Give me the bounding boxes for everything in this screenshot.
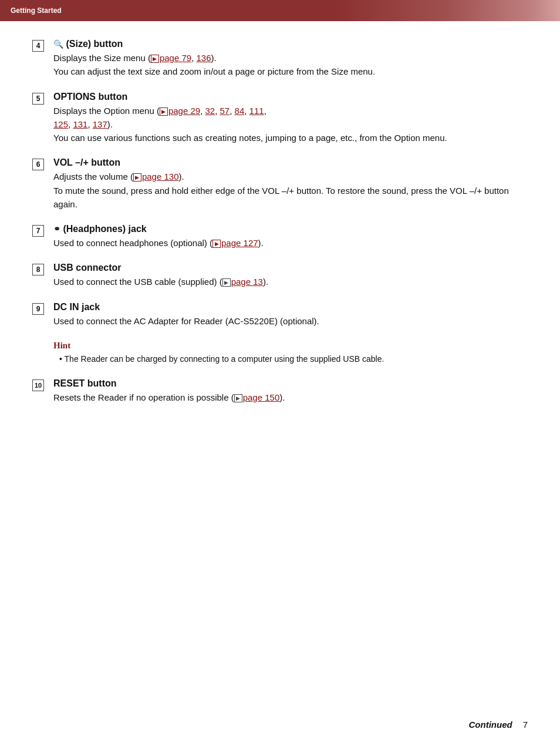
arrow-icon-8: ▶ — [222, 278, 231, 287]
section-title-4: 🔍 (Size) button — [53, 39, 528, 49]
section-title-7: ⚭ (Headphones) jack — [53, 224, 528, 234]
section-10: 10 RESET button Resets the Reader if no … — [32, 378, 528, 404]
num-box-6: 6 — [32, 159, 44, 170]
footer-continued: Continued — [469, 720, 512, 730]
link-page-29[interactable]: page 29 — [168, 106, 200, 116]
arrow-icon-5: ▶ — [160, 107, 168, 116]
hint-body: The Reader can be charged by connecting … — [53, 353, 528, 365]
link-page-57[interactable]: 57 — [220, 106, 230, 116]
hint-item: The Reader can be charged by connecting … — [59, 353, 528, 365]
header-title: Getting Started — [11, 6, 62, 15]
num-box-4: 4 — [32, 40, 44, 52]
footer-page: 7 — [523, 720, 528, 730]
link-page-127[interactable]: page 127 — [221, 238, 258, 248]
link-page-131[interactable]: 131 — [73, 119, 87, 129]
section-num-7: 7 — [32, 224, 53, 237]
section-7: 7 ⚭ (Headphones) jack Used to connect he… — [32, 224, 528, 250]
page-header: Getting Started — [0, 0, 560, 21]
headphone-icon: ⚭ — [53, 224, 60, 234]
section-5: 5 OPTIONS button Displays the Option men… — [32, 92, 528, 145]
section-8: 8 USB connector Used to connect the USB … — [32, 263, 528, 288]
section-desc-6: Adjusts the volume (▶page 130). To mute … — [53, 170, 528, 211]
link-page-150[interactable]: page 150 — [243, 392, 280, 402]
num-box-9: 9 — [32, 303, 44, 315]
section-num-6: 6 — [32, 158, 53, 170]
num-box-5: 5 — [32, 93, 44, 105]
section-body-5: OPTIONS button Displays the Option menu … — [53, 92, 528, 145]
num-box-8: 8 — [32, 264, 44, 275]
link-page-136[interactable]: 136 — [196, 53, 211, 63]
link-page-130[interactable]: page 130 — [142, 172, 179, 182]
num-box-10: 10 — [32, 379, 44, 391]
link-page-137[interactable]: 137 — [93, 119, 107, 129]
link-page-13[interactable]: page 13 — [231, 277, 263, 287]
section-title-5: OPTIONS button — [53, 92, 528, 102]
page-footer: Continued 7 — [469, 720, 528, 730]
section-num-9: 9 — [32, 303, 53, 315]
section-6: 6 VOL –/+ button Adjusts the volume (▶pa… — [32, 157, 528, 211]
section-body-9: DC IN jack Used to connect the AC Adapte… — [53, 302, 528, 328]
section-num-4: 4 — [32, 39, 53, 52]
section-desc-9: Used to connect the AC Adapter for Reade… — [53, 314, 528, 328]
arrow-icon-10: ▶ — [234, 394, 242, 402]
section-num-5: 5 — [32, 92, 53, 105]
arrow-icon-7: ▶ — [212, 240, 221, 248]
section-desc-8: Used to connect the USB cable (supplied)… — [53, 275, 528, 288]
section-num-10: 10 — [32, 379, 53, 391]
section-body-8: USB connector Used to connect the USB ca… — [53, 263, 528, 288]
section-title-10: RESET button — [53, 378, 528, 389]
link-page-111[interactable]: 111 — [249, 106, 264, 116]
section-body-10: RESET button Resets the Reader if no ope… — [53, 378, 528, 404]
section-body-7: ⚭ (Headphones) jack Used to connect head… — [53, 224, 528, 250]
section-title-6: VOL –/+ button — [53, 157, 528, 168]
section-title-8: USB connector — [53, 263, 528, 273]
hint-section: Hint The Reader can be charged by connec… — [53, 341, 528, 365]
main-content: 4 🔍 (Size) button Displays the Size menu… — [0, 21, 560, 452]
link-page-32[interactable]: 32 — [205, 106, 215, 116]
hint-title: Hint — [53, 341, 528, 351]
arrow-icon-6: ▶ — [133, 173, 141, 182]
section-desc-4: Displays the Size menu (▶page 79, 136). … — [53, 51, 528, 79]
section-title-9: DC IN jack — [53, 302, 528, 312]
link-page-79[interactable]: page 79 — [160, 53, 191, 63]
section-desc-10: Resets the Reader if no operation is pos… — [53, 391, 528, 404]
link-page-84[interactable]: 84 — [235, 106, 245, 116]
arrow-icon: ▶ — [151, 55, 159, 63]
section-body-6: VOL –/+ button Adjusts the volume (▶page… — [53, 157, 528, 211]
section-body-4: 🔍 (Size) button Displays the Size menu (… — [53, 39, 528, 79]
link-page-125[interactable]: 125 — [53, 119, 68, 129]
search-icon: 🔍 — [53, 39, 63, 49]
num-box-7: 7 — [32, 225, 44, 237]
section-num-8: 8 — [32, 263, 53, 275]
section-desc-5: Displays the Option menu (▶page 29, 32, … — [53, 104, 528, 145]
section-9: 9 DC IN jack Used to connect the AC Adap… — [32, 302, 528, 328]
section-desc-7: Used to connect headphones (optional) (▶… — [53, 236, 528, 250]
section-4: 4 🔍 (Size) button Displays the Size menu… — [32, 39, 528, 79]
